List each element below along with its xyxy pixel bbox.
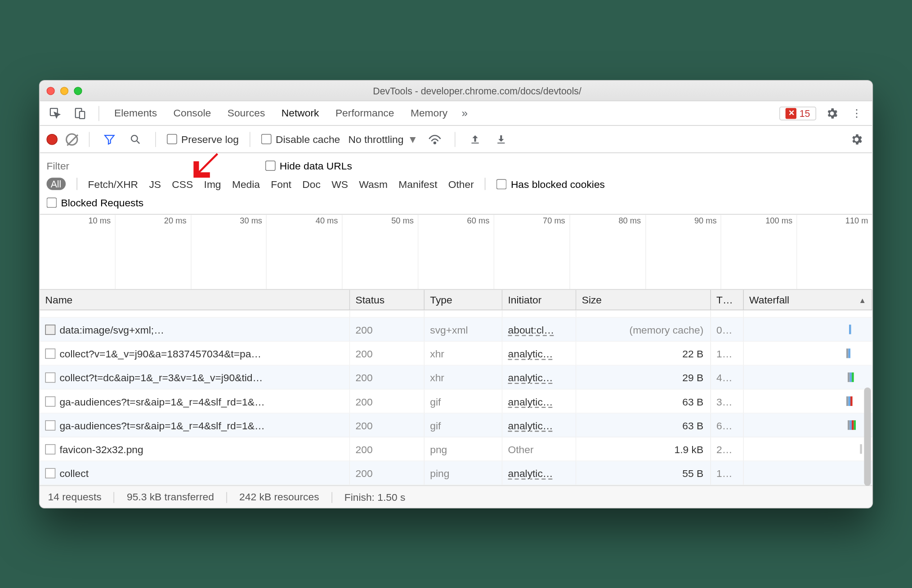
clear-button[interactable] [66,133,78,145]
has-blocked-cookies-label: Has blocked cookies [511,178,605,190]
throttling-dropdown[interactable]: No throttling ▼ [349,133,418,145]
request-size: 63 B [577,413,711,437]
filter-chip-fetch-xhr[interactable]: Fetch/XHR [88,178,139,190]
filter-chip-js[interactable]: JS [149,178,161,190]
filter-funnel-icon[interactable] [101,130,119,148]
filter-area: Hide data URLs AllFetch/XHRJSCSSImgMedia… [40,153,872,214]
request-initiator[interactable]: analytic… [502,342,576,365]
window-maximize-button[interactable] [74,86,82,94]
search-icon[interactable] [126,130,144,148]
request-type: xhr [425,365,502,389]
col-time[interactable]: T… [711,290,744,310]
settings-gear-icon[interactable] [823,104,841,122]
request-size: 63 B [577,389,711,413]
has-blocked-cookies-checkbox[interactable]: Has blocked cookies [496,178,605,190]
timeline-tick: 10 ms [88,216,111,225]
col-waterfall[interactable]: Waterfall [744,290,872,310]
request-type: svg+xml [425,317,502,341]
request-name[interactable]: data:image/svg+xml;… [40,317,350,341]
device-mode-icon[interactable] [71,104,89,122]
inspect-element-icon[interactable] [47,104,65,122]
record-button[interactable] [47,134,58,144]
divider [250,131,250,146]
hide-data-urls-checkbox[interactable]: Hide data URLs [265,160,352,171]
disable-cache-label: Disable cache [276,133,340,145]
request-waterfall [744,413,872,437]
request-initiator: Other [502,437,576,461]
request-status: 200 [350,317,425,341]
timeline-tick: 70 ms [543,216,565,225]
tab-sources[interactable]: Sources [226,104,267,122]
scroll-thumb[interactable] [864,388,871,486]
network-conditions-icon[interactable] [426,130,444,148]
kebab-menu-icon[interactable]: ⋮ [848,104,866,122]
filter-chip-media[interactable]: Media [232,178,260,190]
timeline-overview[interactable]: 10 ms20 ms30 ms40 ms50 ms60 ms70 ms80 ms… [40,214,872,290]
request-waterfall [744,461,872,485]
hide-data-urls-label: Hide data URLs [280,160,352,171]
request-initiator[interactable]: analytic… [502,413,576,437]
network-settings-gear-icon[interactable] [848,130,866,148]
request-time: 4… [711,365,744,389]
request-time: 1… [711,461,744,485]
filter-chip-ws[interactable]: WS [331,178,348,190]
filter-chip-doc[interactable]: Doc [302,178,321,190]
filter-chip-css[interactable]: CSS [172,178,193,190]
filter-chip-all[interactable]: All [47,178,66,190]
col-status[interactable]: Status [350,290,425,310]
preserve-log-label: Preserve log [181,133,239,145]
timeline-tick: 50 ms [391,216,414,225]
divider [98,105,99,120]
timeline-tick: 40 ms [316,216,338,225]
filter-chip-manifest[interactable]: Manifest [398,178,437,190]
scrollbar[interactable] [864,310,871,486]
status-transferred: 95.3 kB transferred [127,490,227,503]
request-name[interactable]: collect?v=1&_v=j90&a=1837457034&t=pa… [40,342,350,365]
request-name[interactable]: collect [40,461,350,485]
request-name[interactable]: favicon-32x32.png [40,437,350,461]
col-initiator[interactable]: Initiator [502,290,576,310]
export-har-icon[interactable] [492,130,510,148]
filter-chip-img[interactable]: Img [204,178,221,190]
tab-memory[interactable]: Memory [409,104,449,122]
tab-elements[interactable]: Elements [113,104,158,122]
file-icon [45,468,55,478]
request-waterfall [744,342,872,365]
col-type[interactable]: Type [425,290,502,310]
col-size[interactable]: Size [577,290,711,310]
window-minimize-button[interactable] [60,86,68,94]
request-waterfall [744,317,872,341]
request-time: 2… [711,437,744,461]
filter-chip-font[interactable]: Font [271,178,291,190]
preserve-log-checkbox[interactable]: Preserve log [167,133,239,145]
import-har-icon[interactable] [466,130,484,148]
blocked-requests-checkbox[interactable]: Blocked Requests [47,196,866,208]
more-tabs-chevron-icon[interactable]: » [456,104,474,122]
request-waterfall [744,365,872,389]
request-name[interactable]: ga-audiences?t=sr&aip=1&_r=4&slf_rd=1&… [40,389,350,413]
request-size: 1.9 kB [577,437,711,461]
file-icon [45,348,55,358]
request-initiator[interactable]: about:cl… [502,317,576,341]
divider [155,131,156,146]
filter-chip-other[interactable]: Other [448,178,474,190]
request-name[interactable]: ga-audiences?t=sr&aip=1&_r=4&slf_rd=1&… [40,413,350,437]
request-waterfall [744,437,872,461]
request-size: (memory cache) [577,317,711,341]
filter-chip-wasm[interactable]: Wasm [359,178,388,190]
tab-performance[interactable]: Performance [334,104,396,122]
request-name[interactable]: collect?t=dc&aip=1&_r=3&v=1&_v=j90&tid… [40,365,350,389]
error-count-badge[interactable]: ✕ 15 [780,106,816,120]
status-finish: Finish: 1.50 s [344,491,406,503]
tab-network[interactable]: Network [280,104,321,122]
filter-input[interactable] [47,157,224,173]
tab-console[interactable]: Console [172,104,212,122]
request-initiator[interactable]: analytic… [502,365,576,389]
request-type: ping [425,461,502,485]
disable-cache-checkbox[interactable]: Disable cache [261,133,340,145]
window-close-button[interactable] [47,86,55,94]
col-name[interactable]: Name [40,290,350,310]
request-initiator[interactable]: analytic… [502,461,576,485]
timeline-tick: 110 m [845,216,868,225]
request-initiator[interactable]: analytic… [502,389,576,413]
